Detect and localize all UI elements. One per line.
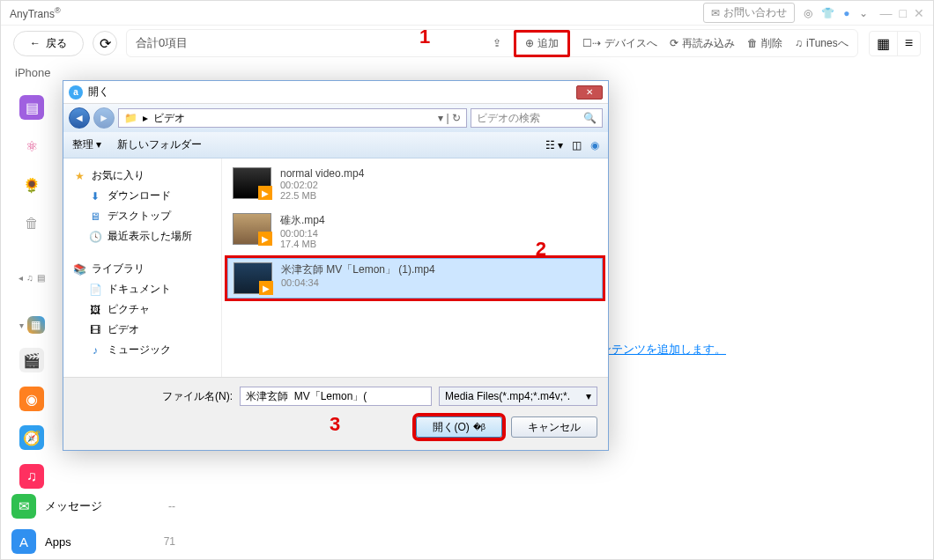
messages-icon: ✉ <box>11 494 36 519</box>
file-item[interactable]: ▶ normal video.mp4 00:02:02 22.5 MB <box>227 164 603 204</box>
file-name: normal video.mp4 <box>280 167 364 180</box>
file-item[interactable]: ▶ 碓氷.mp4 00:00:14 17.4 MB <box>227 210 603 253</box>
video-thumbnail: ▶ <box>233 213 271 245</box>
window-minimize-button[interactable]: — <box>880 6 893 20</box>
document-icon: 📄 <box>88 283 102 297</box>
recent-icon: 🕓 <box>88 230 102 244</box>
sidebar-item-apps[interactable]: A Apps 71 <box>1 524 186 559</box>
organize-button[interactable]: 整理 ▾ <box>72 137 101 152</box>
file-size: 22.5 MB <box>280 190 364 201</box>
apps-grid-icon[interactable]: ▦ <box>27 316 45 334</box>
video-icon: 🎞 <box>88 323 102 337</box>
play-badge-icon: ▶ <box>259 281 273 295</box>
play-badge-icon: ▶ <box>258 186 272 200</box>
delete-button[interactable]: 🗑 削除 <box>747 36 782 51</box>
sidebar-category-icon-1[interactable]: ▤ <box>19 95 44 120</box>
preview-pane-button[interactable]: ◫ <box>572 139 582 151</box>
arrow-left-icon: ← <box>30 37 41 49</box>
user-avatar[interactable]: ● <box>843 7 849 19</box>
sidebar-music2-icon[interactable]: ♫ <box>19 464 44 489</box>
play-badge-icon: ▶ <box>258 232 272 246</box>
back-button[interactable]: ← 戻る <box>13 31 84 56</box>
dialog-titlebar: a 開く ✕ <box>63 81 608 104</box>
grid-view-button[interactable]: ▦ <box>870 32 898 55</box>
reload-button[interactable]: ⟳ 再読み込み <box>670 36 735 51</box>
add-content-link[interactable]: ンテンツを追加します。 <box>600 343 726 356</box>
sidebar-desktop[interactable]: 🖥デスクトップ <box>69 206 216 226</box>
globe-icon[interactable]: ◎ <box>804 7 812 19</box>
download-icon: ⬇ <box>88 189 102 203</box>
star-icon: ★ <box>72 169 86 183</box>
window-maximize-button[interactable]: □ <box>900 6 907 20</box>
filename-label: ファイル名(N): <box>74 389 233 404</box>
chevron-down-icon[interactable]: ⌄ <box>859 7 868 19</box>
picture-icon: 🖼 <box>88 303 102 317</box>
dialog-nav-bar: ◄ ► 📁 ▸ ビデオ ▾ | ↻ ビデオの検索 🔍 <box>63 104 608 132</box>
sidebar-music[interactable]: ♪ミュージック <box>69 340 216 360</box>
file-item-selected[interactable]: ▶ 米津玄師 MV「Lemon」 (1).mp4 00:04:34 <box>227 258 603 298</box>
dialog-toolbar: 整理 ▾ 新しいフォルダー ☷ ▾ ◫ ◉ <box>63 132 608 158</box>
sidebar-pictures[interactable]: 🖼ピクチャ <box>69 299 216 320</box>
dialog-sidebar: ★お気に入り ⬇ダウンロード 🖥デスクトップ 🕓最近表示した場所 📚ライブラリ … <box>63 158 222 377</box>
folder-icon: 📁 <box>124 112 137 124</box>
total-count-label: 合計0項目 <box>136 35 188 51</box>
sidebar-favorites[interactable]: ★お気に入り <box>69 166 216 186</box>
file-duration: 00:04:34 <box>281 277 435 288</box>
new-folder-button[interactable]: 新しいフォルダー <box>117 137 202 152</box>
chevron-down-icon: ▾ <box>586 390 591 402</box>
sidebar-documents[interactable]: 📄ドキュメント <box>69 279 216 299</box>
sidebar-recent[interactable]: 🕓最近表示した場所 <box>69 226 216 247</box>
video-thumbnail: ▶ <box>234 262 272 294</box>
inquiry-button[interactable]: ✉ お問い合わせ <box>703 3 795 23</box>
sidebar-library[interactable]: 📚ライブラリ <box>69 259 216 279</box>
sidebar-camera-icon[interactable]: ◉ <box>19 387 44 411</box>
path-breadcrumb[interactable]: 📁 ▸ ビデオ ▾ | ↻ <box>118 108 467 128</box>
add-button[interactable]: ⊕ 追加 <box>514 30 570 57</box>
annotation-2: 2 <box>536 238 546 261</box>
music-file-icon: ♪ <box>88 343 102 357</box>
trash-icon: 🗑 <box>747 37 758 49</box>
file-type-select[interactable]: Media Files(*.mp4;*.m4v;*.▾ <box>439 387 597 406</box>
toolbar-strip: 合計0項目 ⇪ 1 ⊕ 追加 ☐⇢ デバイスへ ⟳ 再読み込み 🗑 削除 ♫ i… <box>126 29 858 57</box>
sidebar-safari-icon[interactable]: 🧭 <box>19 425 44 450</box>
desktop-icon: 🖥 <box>88 210 102 224</box>
dialog-footer: ファイル名(N): Media Files(*.mp4;*.m4v;*.▾ 3 … <box>63 377 608 450</box>
annotation-3: 3 <box>330 413 340 436</box>
to-device-button[interactable]: ☐⇢ デバイスへ <box>582 36 657 51</box>
sidebar-video-icon[interactable]: 🎬 <box>19 348 44 372</box>
sidebar-share-icon[interactable]: ⚛ <box>19 134 44 158</box>
open-file-dialog: a 開く ✕ ◄ ► 📁 ▸ ビデオ ▾ | ↻ ビデオの検索 🔍 整理 ▾ 新… <box>63 80 609 451</box>
list-view-button[interactable]: ≡ <box>898 32 920 55</box>
nav-back-button[interactable]: ◄ <box>69 107 90 129</box>
file-name: 碓氷.mp4 <box>280 213 325 228</box>
sidebar-downloads[interactable]: ⬇ダウンロード <box>69 186 216 206</box>
mail-icon: ✉ <box>711 7 720 19</box>
dialog-search-input[interactable]: ビデオの検索 🔍 <box>471 108 603 128</box>
open-button[interactable]: 開く(O) �β <box>416 416 502 438</box>
export-button[interactable]: ⇪ <box>493 37 501 49</box>
app-titlebar: AnyTrans® ✉ お問い合わせ ◎ 👕 ● ⌄ — □ ✕ <box>1 1 933 26</box>
filename-input[interactable] <box>240 387 432 406</box>
device-icon: ☐⇢ <box>582 37 601 49</box>
file-list: ▶ normal video.mp4 00:02:02 22.5 MB ▶ 碓氷… <box>222 158 608 377</box>
to-itunes-button[interactable]: ♫ iTunesへ <box>795 36 849 51</box>
video-thumbnail: ▶ <box>233 167 271 199</box>
help-icon[interactable]: ◉ <box>590 139 599 151</box>
nav-forward-button[interactable]: ► <box>93 107 115 129</box>
file-size: 17.4 MB <box>280 239 325 249</box>
search-icon: 🔍 <box>583 112 597 124</box>
music-icon[interactable]: ♫ <box>26 273 33 283</box>
sidebar-videos[interactable]: 🎞ビデオ <box>69 320 216 340</box>
view-mode-button[interactable]: ☷ ▾ <box>545 139 563 151</box>
itunes-icon: ♫ <box>795 37 803 49</box>
window-close-button[interactable]: ✕ <box>914 6 924 20</box>
sidebar-trash-icon[interactable]: 🗑 <box>19 211 44 236</box>
sidebar-flower-icon[interactable]: 🌻 <box>19 173 44 197</box>
dialog-close-button[interactable]: ✕ <box>576 85 603 99</box>
dialog-title: 開く <box>88 85 109 99</box>
cancel-button[interactable]: キャンセル <box>511 416 597 438</box>
shirt-icon[interactable]: 👕 <box>821 7 834 19</box>
sidebar-item-messages[interactable]: ✉ メッセージ -- <box>1 489 186 524</box>
refresh-icon: ⟳ <box>100 35 111 52</box>
refresh-button[interactable]: ⟳ <box>93 31 117 55</box>
